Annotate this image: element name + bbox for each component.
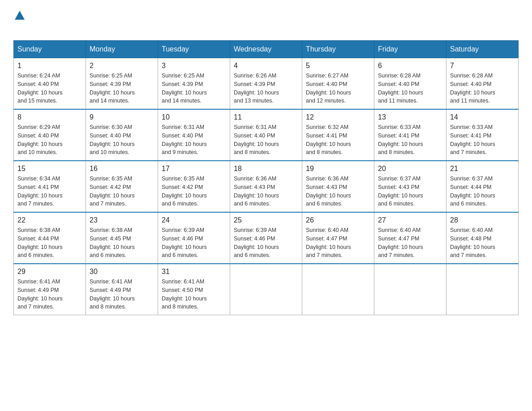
calendar-cell: 3 Sunrise: 6:25 AM Sunset: 4:39 PM Dayli… xyxy=(158,58,230,110)
day-number: 15 xyxy=(17,165,82,173)
day-number: 21 xyxy=(450,165,515,173)
calendar-cell: 8 Sunrise: 6:29 AM Sunset: 4:40 PM Dayli… xyxy=(14,109,86,161)
day-info: Sunrise: 6:26 AM Sunset: 4:39 PM Dayligh… xyxy=(234,72,298,105)
calendar-cell: 4 Sunrise: 6:26 AM Sunset: 4:39 PM Dayli… xyxy=(230,58,302,110)
col-header-friday: Friday xyxy=(374,41,446,58)
day-info: Sunrise: 6:37 AM Sunset: 4:44 PM Dayligh… xyxy=(450,175,515,208)
day-number: 20 xyxy=(378,165,442,173)
day-number: 28 xyxy=(450,216,515,224)
calendar-cell: 29 Sunrise: 6:41 AM Sunset: 4:49 PM Dayl… xyxy=(14,264,86,315)
day-info: Sunrise: 6:25 AM Sunset: 4:39 PM Dayligh… xyxy=(90,72,154,105)
day-info: Sunrise: 6:41 AM Sunset: 4:50 PM Dayligh… xyxy=(162,278,226,311)
day-info: Sunrise: 6:41 AM Sunset: 4:49 PM Dayligh… xyxy=(90,278,154,311)
calendar-cell: 1 Sunrise: 6:24 AM Sunset: 4:40 PM Dayli… xyxy=(14,58,86,110)
day-info: Sunrise: 6:40 AM Sunset: 4:47 PM Dayligh… xyxy=(306,226,370,260)
day-number: 16 xyxy=(90,165,154,173)
calendar-cell: 27 Sunrise: 6:40 AM Sunset: 4:47 PM Dayl… xyxy=(374,212,446,264)
day-info: Sunrise: 6:39 AM Sunset: 4:46 PM Dayligh… xyxy=(162,226,226,260)
day-info: Sunrise: 6:40 AM Sunset: 4:47 PM Dayligh… xyxy=(378,226,442,260)
day-number: 24 xyxy=(162,216,226,224)
calendar-cell: 31 Sunrise: 6:41 AM Sunset: 4:50 PM Dayl… xyxy=(158,264,230,315)
calendar-cell: 18 Sunrise: 6:36 AM Sunset: 4:43 PM Dayl… xyxy=(230,161,302,212)
day-number: 8 xyxy=(17,113,82,121)
calendar-week-row: 29 Sunrise: 6:41 AM Sunset: 4:49 PM Dayl… xyxy=(14,264,519,315)
calendar-cell: 22 Sunrise: 6:38 AM Sunset: 4:44 PM Dayl… xyxy=(14,212,86,264)
day-number: 2 xyxy=(90,62,154,70)
day-number: 6 xyxy=(378,62,442,70)
day-info: Sunrise: 6:38 AM Sunset: 4:45 PM Dayligh… xyxy=(90,226,154,260)
calendar-cell: 30 Sunrise: 6:41 AM Sunset: 4:49 PM Dayl… xyxy=(86,264,158,315)
day-info: Sunrise: 6:30 AM Sunset: 4:40 PM Dayligh… xyxy=(90,123,154,157)
calendar-cell xyxy=(374,264,446,315)
calendar-cell: 6 Sunrise: 6:28 AM Sunset: 4:40 PM Dayli… xyxy=(374,58,446,110)
calendar-cell: 9 Sunrise: 6:30 AM Sunset: 4:40 PM Dayli… xyxy=(86,109,158,161)
calendar-cell: 17 Sunrise: 6:35 AM Sunset: 4:42 PM Dayl… xyxy=(158,161,230,212)
day-number: 17 xyxy=(162,165,226,173)
day-number: 23 xyxy=(90,216,154,224)
logo-triangle-icon xyxy=(15,10,25,20)
calendar-cell: 11 Sunrise: 6:31 AM Sunset: 4:40 PM Dayl… xyxy=(230,109,302,161)
day-number: 4 xyxy=(234,62,298,70)
col-header-saturday: Saturday xyxy=(446,41,519,58)
day-info: Sunrise: 6:36 AM Sunset: 4:43 PM Dayligh… xyxy=(306,175,370,208)
day-number: 5 xyxy=(306,62,370,70)
day-number: 10 xyxy=(162,113,226,121)
day-number: 1 xyxy=(17,62,82,70)
calendar-cell: 28 Sunrise: 6:40 AM Sunset: 4:48 PM Dayl… xyxy=(446,212,519,264)
day-number: 9 xyxy=(90,113,154,121)
col-header-tuesday: Tuesday xyxy=(158,41,230,58)
calendar-week-row: 22 Sunrise: 6:38 AM Sunset: 4:44 PM Dayl… xyxy=(14,212,519,264)
day-info: Sunrise: 6:29 AM Sunset: 4:40 PM Dayligh… xyxy=(17,123,82,157)
day-info: Sunrise: 6:37 AM Sunset: 4:43 PM Dayligh… xyxy=(378,175,442,208)
day-info: Sunrise: 6:36 AM Sunset: 4:43 PM Dayligh… xyxy=(234,175,298,208)
col-header-monday: Monday xyxy=(86,41,158,58)
calendar-cell: 25 Sunrise: 6:39 AM Sunset: 4:46 PM Dayl… xyxy=(230,212,302,264)
col-header-thursday: Thursday xyxy=(302,41,374,58)
calendar-cell xyxy=(302,264,374,315)
col-header-sunday: Sunday xyxy=(14,41,86,58)
day-number: 18 xyxy=(234,165,298,173)
calendar-cell: 13 Sunrise: 6:33 AM Sunset: 4:41 PM Dayl… xyxy=(374,109,446,161)
calendar-cell xyxy=(230,264,302,315)
day-info: Sunrise: 6:31 AM Sunset: 4:40 PM Dayligh… xyxy=(234,123,298,157)
calendar-cell: 21 Sunrise: 6:37 AM Sunset: 4:44 PM Dayl… xyxy=(446,161,519,212)
day-info: Sunrise: 6:34 AM Sunset: 4:41 PM Dayligh… xyxy=(17,175,82,208)
calendar-table: SundayMondayTuesdayWednesdayThursdayFrid… xyxy=(13,40,519,315)
day-info: Sunrise: 6:33 AM Sunset: 4:41 PM Dayligh… xyxy=(450,123,515,157)
day-info: Sunrise: 6:41 AM Sunset: 4:49 PM Dayligh… xyxy=(17,278,82,311)
day-number: 26 xyxy=(306,216,370,224)
day-info: Sunrise: 6:39 AM Sunset: 4:46 PM Dayligh… xyxy=(234,226,298,260)
calendar-cell: 20 Sunrise: 6:37 AM Sunset: 4:43 PM Dayl… xyxy=(374,161,446,212)
day-number: 3 xyxy=(162,62,226,70)
day-number: 30 xyxy=(90,268,154,276)
day-info: Sunrise: 6:28 AM Sunset: 4:40 PM Dayligh… xyxy=(450,72,515,105)
calendar-cell: 10 Sunrise: 6:31 AM Sunset: 4:40 PM Dayl… xyxy=(158,109,230,161)
day-number: 29 xyxy=(17,268,82,276)
day-info: Sunrise: 6:31 AM Sunset: 4:40 PM Dayligh… xyxy=(162,123,226,157)
day-number: 27 xyxy=(378,216,442,224)
calendar-cell: 7 Sunrise: 6:28 AM Sunset: 4:40 PM Dayli… xyxy=(446,58,519,110)
day-info: Sunrise: 6:38 AM Sunset: 4:44 PM Dayligh… xyxy=(17,226,82,260)
day-info: Sunrise: 6:28 AM Sunset: 4:40 PM Dayligh… xyxy=(378,72,442,105)
calendar-cell: 24 Sunrise: 6:39 AM Sunset: 4:46 PM Dayl… xyxy=(158,212,230,264)
calendar-cell: 26 Sunrise: 6:40 AM Sunset: 4:47 PM Dayl… xyxy=(302,212,374,264)
calendar-cell: 14 Sunrise: 6:33 AM Sunset: 4:41 PM Dayl… xyxy=(446,109,519,161)
day-number: 7 xyxy=(450,62,515,70)
calendar-week-row: 15 Sunrise: 6:34 AM Sunset: 4:41 PM Dayl… xyxy=(14,161,519,212)
calendar-cell xyxy=(446,264,519,315)
day-info: Sunrise: 6:35 AM Sunset: 4:42 PM Dayligh… xyxy=(90,175,154,208)
day-info: Sunrise: 6:32 AM Sunset: 4:41 PM Dayligh… xyxy=(306,123,370,157)
day-number: 13 xyxy=(378,113,442,121)
day-number: 22 xyxy=(17,216,82,224)
day-number: 19 xyxy=(306,165,370,173)
svg-marker-0 xyxy=(15,11,25,20)
calendar-cell: 15 Sunrise: 6:34 AM Sunset: 4:41 PM Dayl… xyxy=(14,161,86,212)
logo xyxy=(13,9,25,31)
day-info: Sunrise: 6:24 AM Sunset: 4:40 PM Dayligh… xyxy=(17,72,82,105)
day-info: Sunrise: 6:35 AM Sunset: 4:42 PM Dayligh… xyxy=(162,175,226,208)
day-number: 14 xyxy=(450,113,515,121)
day-info: Sunrise: 6:27 AM Sunset: 4:40 PM Dayligh… xyxy=(306,72,370,105)
col-header-wednesday: Wednesday xyxy=(230,41,302,58)
calendar-cell: 12 Sunrise: 6:32 AM Sunset: 4:41 PM Dayl… xyxy=(302,109,374,161)
day-number: 31 xyxy=(162,268,226,276)
